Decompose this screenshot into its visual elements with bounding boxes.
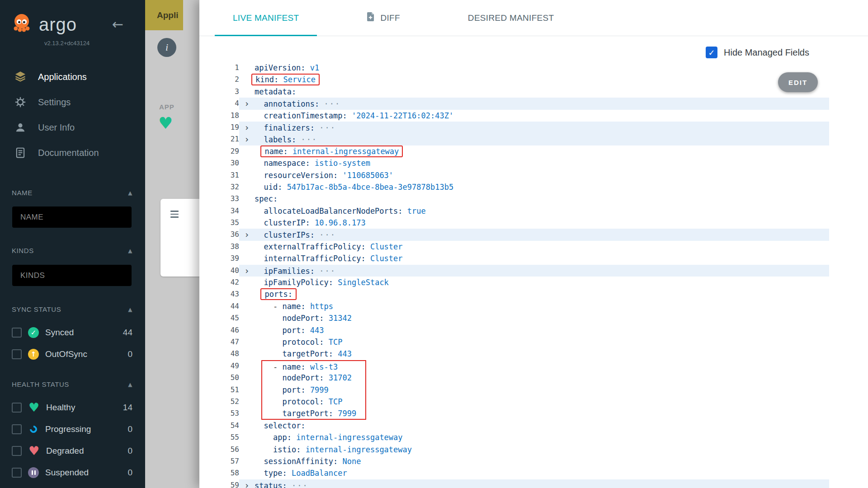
- name-filter-input[interactable]: [12, 206, 132, 228]
- code-line: 32 uid: 547b17ac-8b5a-4bce-8bea-3e97878b…: [217, 181, 829, 193]
- line-number: 19: [217, 122, 239, 133]
- filter-outofsync[interactable]: ↑OutOfSync0: [0, 343, 145, 365]
- applications-page-tab[interactable]: Appli: [145, 0, 183, 30]
- yaml-key: uid:: [264, 183, 282, 192]
- yaml-key: ipFamilyPolicy:: [264, 278, 333, 287]
- checkbox-unchecked[interactable]: [12, 328, 22, 338]
- checkbox-unchecked[interactable]: [12, 349, 22, 359]
- collapse-caret-icon[interactable]: ▲: [128, 381, 132, 388]
- expand-chevron-icon[interactable]: ›: [239, 479, 255, 488]
- menu-icon[interactable]: [170, 211, 179, 220]
- code-line: 2kind: Service: [217, 74, 829, 85]
- yaml-key: labels:: [264, 135, 296, 144]
- line-number: 57: [217, 455, 239, 467]
- checkbox-unchecked[interactable]: [12, 403, 22, 413]
- app-tile-card: [160, 199, 202, 277]
- sidebar: argo ← v2.13.2+dc43124 ApplicationsSetti…: [0, 0, 145, 488]
- collapsed-line-body: ›status: ···: [239, 479, 829, 488]
- sidebar-item-documentation[interactable]: Documentation: [0, 140, 145, 165]
- collapsed-ellipsis[interactable]: ···: [319, 123, 336, 132]
- code-line: 43 ports:: [217, 288, 829, 300]
- yaml-key: spec:: [255, 194, 278, 203]
- collapsed-ellipsis[interactable]: ···: [319, 267, 336, 276]
- sidebar-item-user-info[interactable]: User Info: [0, 115, 145, 140]
- health-status-list: ♥Healthy14Progressing0♥Degraded0Suspende…: [0, 397, 145, 483]
- code-line: 54 selector:: [217, 420, 829, 432]
- tab-diff[interactable]: DIFF: [349, 0, 418, 36]
- code-line: 36› clusterIPs: ···: [217, 229, 829, 240]
- yaml-value: 7999: [338, 409, 356, 418]
- expand-chevron-icon[interactable]: ›: [239, 122, 255, 133]
- line-body: selector:: [239, 420, 829, 432]
- status-label: OutOfSync: [45, 349, 121, 359]
- yaml-key: allocateLoadBalancerNodePorts:: [264, 206, 402, 216]
- collapse-caret-icon[interactable]: ▲: [128, 306, 132, 313]
- checkbox-unchecked[interactable]: [12, 424, 22, 434]
- line-number: 55: [217, 432, 239, 443]
- code-line: 47 protocol: TCP: [217, 336, 829, 348]
- health-status-title: HEALTH STATUS: [12, 380, 69, 388]
- yaml-value: internal-ingressgateway: [306, 445, 412, 454]
- line-body: port: 443: [239, 324, 829, 336]
- yaml-key: port:: [282, 385, 305, 394]
- manifest-code: 1apiVersion: v12kind: Service3metadata:4…: [199, 62, 868, 488]
- yaml-key: name:: [282, 302, 305, 311]
- line-body: metadata:: [239, 86, 829, 98]
- collapsed-ellipsis[interactable]: ···: [319, 230, 336, 239]
- edit-button[interactable]: EDIT: [778, 72, 818, 92]
- annotation-box-segment: port: 7999: [261, 384, 366, 396]
- collapsed-line-body: › clusterIPs: ···: [239, 229, 829, 240]
- expand-chevron-icon[interactable]: ›: [239, 229, 255, 240]
- line-body: istio: internal-ingressgateway: [239, 444, 829, 455]
- line-body: nodePort: 31342: [239, 312, 829, 324]
- code-line: 4› annotations: ···: [217, 98, 829, 109]
- line-number: 54: [217, 420, 239, 432]
- filter-healthy[interactable]: ♥Healthy14: [0, 397, 145, 418]
- expand-chevron-icon[interactable]: ›: [239, 265, 255, 277]
- sidebar-item-settings[interactable]: Settings: [0, 89, 145, 115]
- expand-chevron-icon[interactable]: ›: [239, 98, 255, 109]
- tab-label: LIVE MANIFEST: [233, 13, 299, 23]
- tab-desired-manifest[interactable]: DESIRED MANIFEST: [450, 0, 572, 36]
- nav-label: Settings: [38, 97, 71, 108]
- expand-chevron-icon[interactable]: ›: [239, 133, 255, 145]
- line-number: 34: [217, 205, 239, 217]
- sidebar-item-applications[interactable]: Applications: [0, 64, 145, 89]
- filter-synced[interactable]: ✓Synced44: [0, 322, 145, 343]
- heart-icon: ♥: [28, 402, 40, 413]
- checkbox-unchecked[interactable]: [12, 446, 22, 456]
- yaml-key: apiVersion:: [255, 63, 306, 72]
- annotation-box-segment: protocol: TCP: [261, 396, 366, 408]
- collapsed-line-body: › annotations: ···: [239, 98, 829, 109]
- checkbox-checked-icon[interactable]: ✓: [706, 47, 717, 58]
- hide-managed-fields-toggle[interactable]: ✓ Hide Managed Fields: [706, 47, 809, 58]
- collapse-caret-icon[interactable]: ▲: [128, 190, 132, 196]
- filter-progressing[interactable]: Progressing0: [0, 418, 145, 440]
- collapsed-ellipsis[interactable]: ···: [292, 481, 308, 488]
- kinds-filter-header: KINDS ▲: [0, 247, 145, 254]
- sync-status-header: SYNC STATUS ▲: [0, 305, 145, 313]
- sync-status-list: ✓Synced44↑OutOfSync0: [0, 322, 145, 365]
- line-number: 32: [217, 181, 239, 193]
- tab-live-manifest[interactable]: LIVE MANIFEST: [215, 0, 317, 36]
- yaml-key: resourceVersion:: [264, 171, 338, 180]
- yaml-value: https: [310, 302, 333, 311]
- info-icon[interactable]: i: [157, 38, 176, 57]
- checkbox-unchecked[interactable]: [12, 468, 22, 478]
- kinds-filter-input[interactable]: [12, 265, 132, 286]
- collapsed-ellipsis[interactable]: ···: [324, 99, 341, 108]
- collapse-sidebar-arrow-icon[interactable]: ←: [112, 16, 123, 32]
- line-number: 59: [217, 479, 239, 488]
- collapsed-ellipsis[interactable]: ···: [301, 135, 317, 144]
- filter-suspended[interactable]: Suspended0: [0, 462, 145, 483]
- line-body: port: 7999: [239, 384, 829, 396]
- filter-degraded[interactable]: ♥Degraded0: [0, 440, 145, 462]
- line-number: 51: [217, 384, 239, 396]
- collapse-caret-icon[interactable]: ▲: [128, 248, 132, 254]
- yaml-key: clusterIPs:: [264, 230, 315, 239]
- line-body: ports:: [239, 288, 829, 300]
- line-number: 21: [217, 133, 239, 145]
- annotation-box-segment: targetPort: 7999: [261, 408, 366, 419]
- yaml-value: None: [343, 457, 361, 466]
- line-body: apiVersion: v1: [239, 62, 829, 74]
